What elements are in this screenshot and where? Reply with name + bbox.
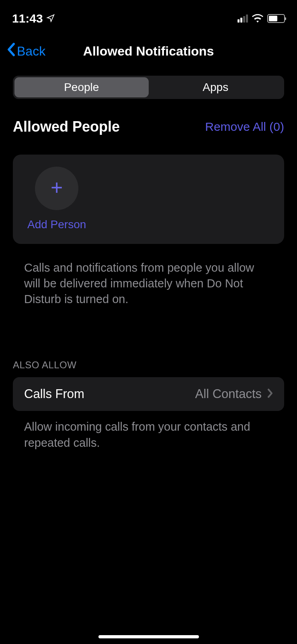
chevron-left-icon (7, 43, 15, 60)
tab-apps[interactable]: Apps (149, 77, 283, 97)
back-label: Back (17, 44, 45, 59)
allowed-people-title: Allowed People (13, 118, 120, 135)
tab-apps-label: Apps (203, 81, 228, 94)
chevron-right-icon (267, 388, 273, 400)
status-bar: 11:43 (0, 0, 297, 28)
remove-all-button[interactable]: Remove All (0) (205, 120, 284, 134)
calls-from-value: All Contacts (195, 387, 262, 401)
allowed-people-description: Calls and notifications from people you … (0, 244, 297, 307)
allowed-people-card: + Add Person (13, 155, 284, 244)
status-bar-left: 11:43 (12, 12, 55, 25)
tab-people[interactable]: People (14, 77, 149, 97)
back-button[interactable]: Back (7, 43, 45, 60)
calls-from-row[interactable]: Calls From All Contacts (13, 377, 284, 411)
status-time: 11:43 (12, 12, 43, 25)
add-person-circle: + (35, 167, 78, 210)
calls-from-label: Calls From (24, 387, 84, 401)
battery-icon (267, 14, 285, 23)
home-indicator[interactable] (98, 635, 199, 638)
page-title: Allowed Notifications (83, 44, 214, 59)
calls-from-right: All Contacts (195, 387, 273, 401)
also-allow-section-label: ALSO ALLOW (0, 307, 297, 377)
tab-people-label: People (64, 81, 99, 94)
segmented-control: People Apps (13, 76, 284, 99)
status-bar-right (238, 14, 285, 23)
calls-from-description: Allow incoming calls from your contacts … (0, 411, 297, 450)
location-icon (46, 12, 55, 25)
nav-header: Back Allowed Notifications (0, 28, 297, 70)
allowed-people-header: Allowed People Remove All (0) (0, 99, 297, 135)
wifi-icon (252, 14, 263, 23)
add-person-button[interactable]: + Add Person (27, 167, 86, 231)
cellular-signal-icon (238, 14, 248, 23)
add-person-label: Add Person (27, 218, 86, 231)
plus-icon: + (51, 177, 63, 198)
